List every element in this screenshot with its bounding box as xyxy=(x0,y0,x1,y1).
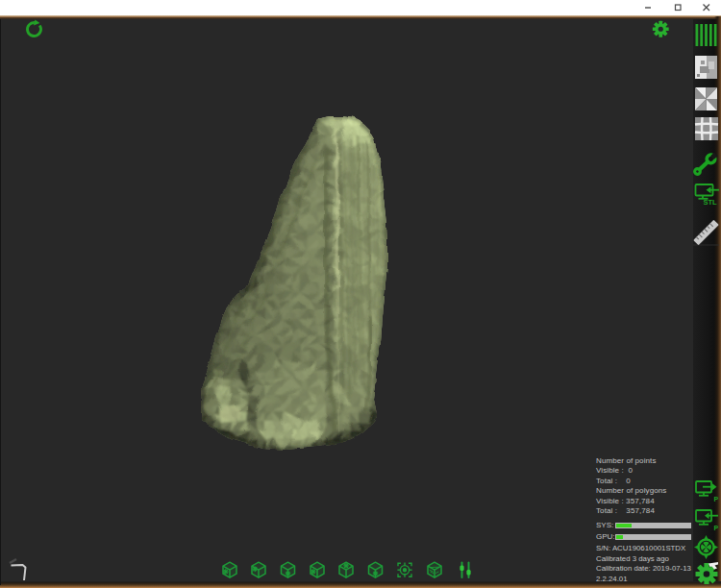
svg-text:P: P xyxy=(714,525,719,531)
svg-text:STL: STL xyxy=(704,198,718,207)
